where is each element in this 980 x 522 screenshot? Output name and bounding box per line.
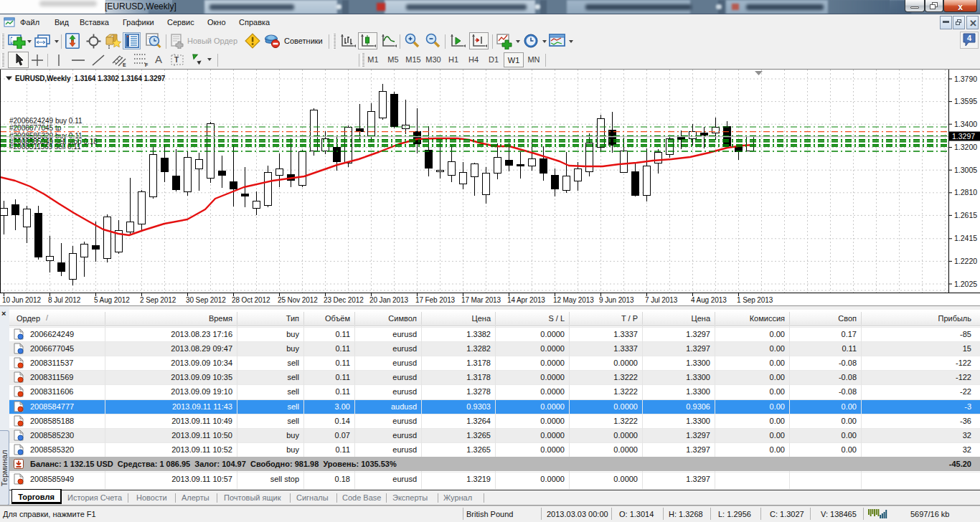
svg-text:E: E — [123, 62, 126, 67]
svg-text:1 Sep 2013: 1 Sep 2013 — [737, 296, 773, 304]
svg-text:17 Mar 2013: 17 Mar 2013 — [461, 296, 501, 304]
svg-text:#2006677045 tp: #2006677045 tp — [9, 124, 62, 132]
svg-text:1.2810: 1.2810 — [954, 188, 977, 196]
svg-text:2 Sep 2012: 2 Sep 2012 — [140, 296, 176, 304]
svg-text:30 Sep 2012: 30 Sep 2012 — [186, 296, 226, 304]
svg-text:1.3790: 1.3790 — [954, 75, 977, 83]
svg-text:1.2220: 1.2220 — [954, 257, 977, 265]
svg-text:28 Oct 2012: 28 Oct 2012 — [232, 296, 270, 304]
svg-text:1.2415: 1.2415 — [954, 234, 977, 242]
svg-text:8 Jul 2012: 8 Jul 2012 — [48, 296, 81, 304]
svg-text:17 Feb 2013: 17 Feb 2013 — [415, 296, 456, 304]
svg-text:1.3595: 1.3595 — [954, 97, 977, 105]
svg-text:20 Jan 2013: 20 Jan 2013 — [369, 296, 408, 304]
svg-text:T: T — [174, 56, 179, 64]
svg-text:1.3400: 1.3400 — [954, 120, 977, 128]
svg-text:1.3297: 1.3297 — [952, 132, 975, 141]
svg-text:12 May 2013: 12 May 2013 — [553, 296, 594, 304]
svg-text:1.3005: 1.3005 — [954, 166, 977, 174]
svg-text:1.3200: 1.3200 — [954, 143, 977, 151]
svg-text:1.2615: 1.2615 — [954, 211, 977, 219]
svg-text:5 Aug 2012: 5 Aug 2012 — [94, 296, 130, 304]
svg-text:14 Apr 2013: 14 Apr 2013 — [507, 296, 545, 304]
svg-text:23 Dec 2012: 23 Dec 2012 — [324, 296, 364, 304]
svg-text:9 Jun 2013: 9 Jun 2013 — [599, 296, 634, 304]
svg-text:EURUSD,Weekly 1.3164 1.3302 1: EURUSD,Weekly 1.3164 1.3302 1.3164 1.329… — [15, 75, 166, 82]
svg-text:25 Nov 2012: 25 Nov 2012 — [278, 296, 318, 304]
svg-text:4: 4 — [967, 34, 972, 42]
svg-text:F: F — [145, 62, 149, 67]
svg-text:4 Aug 2013: 4 Aug 2013 — [691, 296, 727, 304]
svg-text:10 Jun 2012: 10 Jun 2012 — [2, 296, 41, 304]
svg-text:1.2025: 1.2025 — [954, 280, 977, 288]
svg-text:7 Jul 2013: 7 Jul 2013 — [645, 296, 678, 304]
